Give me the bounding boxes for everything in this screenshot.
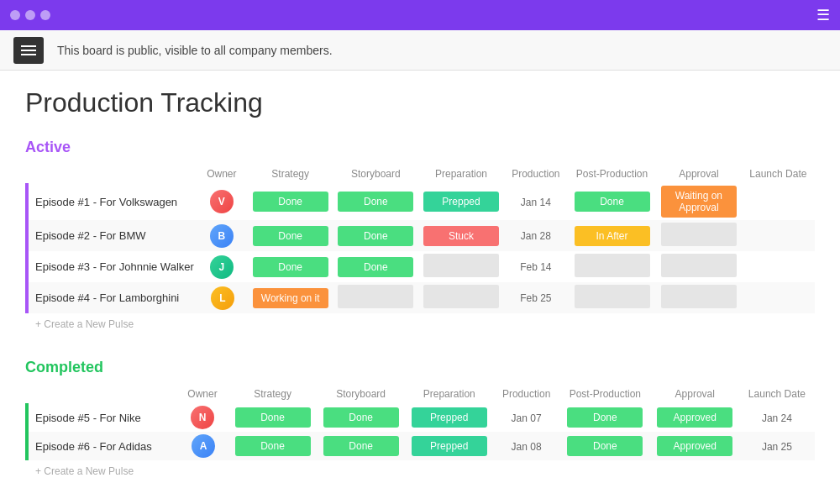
production-date: Feb 14 — [520, 261, 551, 273]
col-strategy: Strategy — [248, 165, 333, 183]
approval-cell: Approved — [651, 432, 739, 460]
empty-cell — [423, 285, 499, 308]
production-date: Feb 25 — [520, 292, 551, 304]
preparation-cell — [418, 251, 504, 282]
status-badge: Done — [323, 407, 399, 428]
launch-date-cell: Jan 24 — [739, 403, 815, 432]
status-badge: Approved — [657, 407, 732, 428]
production-cell: Feb 14 — [504, 251, 568, 282]
status-badge: Done — [235, 407, 311, 428]
storyboard-cell: Done — [333, 183, 419, 220]
episode-name: Episode #1 - For Volkswagen — [27, 183, 197, 220]
launch-date: Jan 24 — [762, 412, 792, 424]
approval-cell — [656, 251, 742, 282]
col-approval-c: Approval — [651, 385, 739, 403]
col-preparation: Preparation — [418, 165, 504, 183]
production-date: Jan 28 — [521, 230, 551, 242]
col-strategy-c: Strategy — [228, 385, 317, 403]
col-storyboard-c: Storyboard — [317, 385, 405, 403]
avatar: B — [210, 224, 234, 248]
launch-date-cell — [742, 282, 815, 313]
owner-cell: B — [197, 220, 248, 251]
production-cell: Feb 25 — [504, 282, 568, 313]
preparation-cell: Prepped — [418, 183, 504, 220]
completed-table: Owner Strategy Storyboard Preparation Pr… — [25, 385, 815, 460]
storyboard-cell: Done — [317, 403, 405, 432]
owner-cell: N — [178, 403, 228, 432]
col-launch-date-c: Launch Date — [739, 385, 815, 403]
launch-date: Jan 25 — [762, 441, 792, 453]
episode-name: Episode #6 - For Adidas — [27, 432, 178, 460]
launch-date-cell: Jan 25 — [739, 432, 815, 460]
status-badge: Prepped — [412, 407, 487, 428]
approval-cell: Approved — [651, 403, 739, 432]
table-row: Episode #4 - For Lamborghini L Working o… — [27, 282, 815, 313]
col-production: Production — [504, 165, 568, 183]
preparation-cell: Prepped — [405, 403, 493, 432]
launch-date-cell — [742, 183, 815, 220]
post-production-cell — [568, 282, 656, 313]
strategy-cell: Done — [248, 251, 333, 282]
preparation-cell — [418, 282, 504, 313]
col-name — [27, 165, 197, 183]
col-owner: Owner — [197, 165, 248, 183]
owner-cell: L — [197, 282, 248, 313]
production-cell: Jan 14 — [504, 183, 568, 220]
dot-2 — [25, 10, 35, 20]
empty-cell — [338, 285, 413, 308]
production-date: Jan 08 — [512, 441, 542, 453]
avatar: A — [192, 434, 215, 458]
storyboard-cell: Done — [333, 251, 419, 282]
active-create-pulse[interactable]: + Create a New Pulse — [25, 313, 144, 335]
empty-cell — [661, 254, 737, 277]
avatar: V — [210, 190, 234, 213]
production-date: Jan 14 — [521, 197, 551, 208]
empty-cell — [661, 223, 737, 246]
col-launch-date: Launch Date — [742, 165, 815, 183]
production-cell: Jan 08 — [493, 432, 559, 460]
approval-cell: Waiting on Approval — [656, 183, 742, 220]
col-preparation-c: Preparation — [405, 385, 493, 403]
completed-section: Completed Owner Strategy Storyboard Prep… — [25, 359, 815, 482]
col-approval: Approval — [656, 165, 742, 183]
episode-name: Episode #2 - For BMW — [27, 220, 197, 251]
preparation-cell: Stuck — [418, 220, 504, 251]
title-bar-menu-icon[interactable]: ☰ — [816, 6, 830, 24]
main-content: Production Tracking Active Owner Strateg… — [0, 71, 840, 504]
active-section-header: Active — [25, 139, 815, 156]
col-name-c — [27, 385, 178, 403]
status-badge: Approved — [657, 436, 732, 456]
active-section: Active Owner Strategy Storyboard Prepara… — [25, 139, 815, 335]
preparation-cell: Prepped — [405, 432, 493, 460]
production-cell: Jan 28 — [504, 220, 568, 251]
col-storyboard: Storyboard — [333, 165, 419, 183]
menu-button[interactable] — [13, 37, 44, 64]
launch-date-cell — [742, 251, 815, 282]
col-post-production-c: Post-Production — [559, 385, 651, 403]
status-badge: Done — [338, 226, 413, 246]
empty-cell — [661, 285, 737, 308]
status-badge: Done — [575, 192, 650, 212]
status-badge: Done — [567, 436, 643, 456]
status-badge: Done — [323, 436, 399, 456]
status-badge: Done — [338, 257, 413, 277]
approval-cell — [656, 282, 742, 313]
completed-create-pulse[interactable]: + Create a New Pulse — [25, 460, 144, 482]
status-badge: Working on it — [253, 288, 328, 308]
status-badge: In After — [575, 226, 650, 246]
status-badge: Done — [253, 192, 328, 212]
status-badge: Done — [235, 436, 311, 456]
status-badge: Done — [567, 407, 643, 428]
strategy-cell: Working on it — [248, 282, 333, 313]
table-row: Episode #3 - For Johnnie Walker J Done D… — [27, 251, 815, 282]
production-date: Jan 07 — [512, 412, 542, 424]
avatar: L — [211, 286, 234, 310]
dot-3 — [40, 10, 50, 20]
strategy-cell: Done — [248, 220, 333, 251]
col-owner-c: Owner — [178, 385, 228, 403]
empty-cell — [575, 285, 650, 308]
empty-cell — [575, 254, 650, 277]
col-production-c: Production — [493, 385, 559, 403]
status-badge: Done — [338, 192, 413, 212]
owner-cell: V — [197, 183, 248, 220]
